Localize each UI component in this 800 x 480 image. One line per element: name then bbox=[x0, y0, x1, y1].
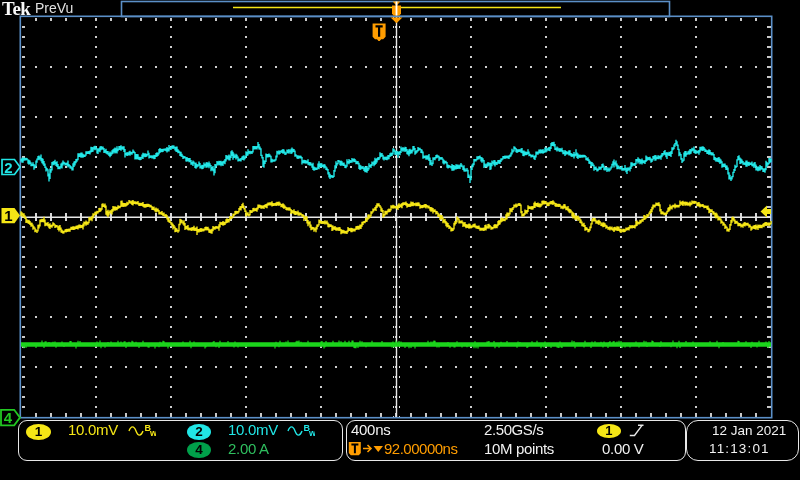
svg-text:1: 1 bbox=[4, 207, 12, 224]
svg-text:w: w bbox=[308, 428, 315, 438]
svg-text:w: w bbox=[149, 428, 156, 438]
svg-text:2: 2 bbox=[4, 159, 12, 176]
svg-text:4: 4 bbox=[4, 409, 13, 426]
